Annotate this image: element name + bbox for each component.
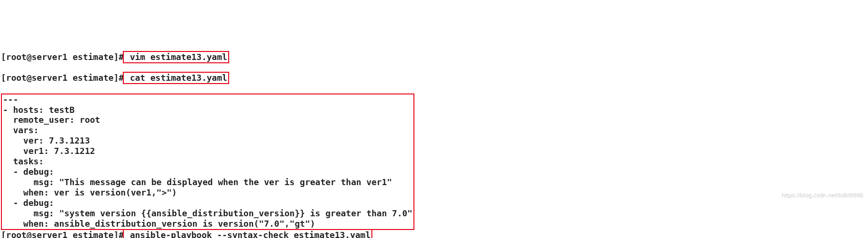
terminal-output: [root@server1 estimate]# vim estimate13.… — [0, 42, 868, 238]
command-vim: vim estimate13.yaml — [123, 51, 229, 63]
yaml-file-content: --- - hosts: testB remote_user: root var… — [1, 94, 414, 230]
command-cat: cat estimate13.yaml — [123, 72, 229, 84]
command-ansible-syntax-check: ansible-playbook --syntax-check estimate… — [123, 229, 372, 238]
shell-prompt: [root@server1 estimate]# — [1, 230, 124, 238]
shell-prompt: [root@server1 estimate]# — [1, 73, 124, 83]
shell-prompt: [root@server1 estimate]# — [1, 52, 124, 62]
watermark-text: https://blog.csdn.net/bdkl9998 — [782, 192, 863, 199]
